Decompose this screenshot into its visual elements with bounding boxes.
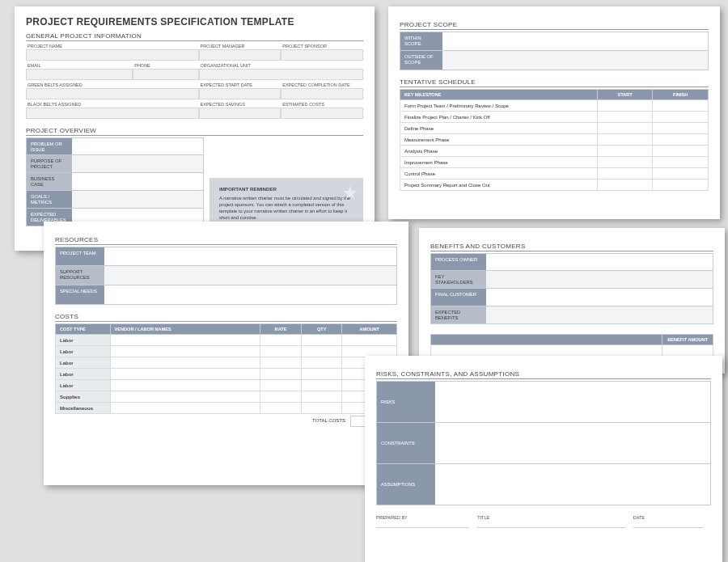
field-project-name[interactable] [26, 49, 199, 61]
resources-block: PROJECT TEAM SUPPORT RESOURCES SPECIAL N… [55, 247, 397, 305]
field-est-costs[interactable] [281, 108, 363, 119]
cost-vendor-cell[interactable] [110, 357, 260, 369]
cost-rate-cell[interactable] [260, 357, 302, 369]
schedule-finish-cell[interactable] [653, 168, 709, 180]
res-team-box[interactable] [104, 247, 396, 265]
cost-amount-cell[interactable] [342, 335, 397, 346]
overview-goals-box[interactable] [72, 191, 203, 208]
cost-qty-cell[interactable] [301, 346, 342, 357]
res-team: PROJECT TEAM [56, 247, 104, 265]
cost-qty-cell[interactable] [301, 369, 342, 380]
overview-goals: GOALS / METRICS [27, 191, 72, 208]
cost-qty-cell[interactable] [301, 357, 342, 369]
rca-constraints-box[interactable] [435, 423, 710, 463]
cost-rate-cell[interactable] [260, 369, 302, 380]
field-project-sponsor[interactable] [281, 49, 363, 61]
schedule-row: Finalize Project Plan / Charter / Kick O… [400, 112, 709, 123]
cost-rate-cell[interactable] [260, 335, 302, 346]
field-project-manager[interactable] [199, 49, 281, 61]
costs-h-type: COST TYPE [56, 324, 111, 335]
schedule-finish-cell[interactable] [653, 134, 709, 146]
field-email[interactable] [26, 69, 133, 80]
schedule-start-cell[interactable] [597, 112, 653, 123]
prepared-date-field[interactable] [633, 520, 703, 528]
schedule-milestone-cell: Finalize Project Plan / Charter / Kick O… [400, 112, 598, 123]
res-support: SUPPORT RESOURCES [56, 266, 104, 285]
rca-assumptions: ASSUMPTIONS [377, 464, 435, 505]
schedule-start-cell[interactable] [597, 100, 653, 112]
label-completion-date: EXPECTED COMPLETION DATE [281, 82, 363, 88]
overview-business-box[interactable] [72, 173, 203, 190]
schedule-start-cell[interactable] [597, 146, 653, 157]
schedule-h-milestone: KEY MILESTONE [400, 90, 598, 100]
cost-qty-cell[interactable] [301, 380, 342, 391]
schedule-finish-cell[interactable] [653, 180, 709, 191]
overview-problem: PROBLEM OR ISSUE [27, 138, 72, 154]
schedule-row: Analysis Phase [400, 146, 709, 157]
schedule-start-cell[interactable] [597, 123, 653, 134]
cost-qty-cell[interactable] [301, 403, 342, 414]
schedule-finish-cell[interactable] [653, 123, 709, 134]
schedule-start-cell[interactable] [597, 134, 653, 146]
doc-page-2: PROJECT SCOPE WITHIN SCOPE OUTSIDE OF SC… [388, 6, 720, 219]
section-schedule: TENTATIVE SCHEDULE [400, 78, 709, 87]
cost-qty-cell[interactable] [301, 391, 342, 403]
doc-page-4: BENEFITS AND CUSTOMERS PROCESS OWNER KEY… [419, 228, 725, 374]
schedule-start-cell[interactable] [597, 180, 653, 191]
rca-risks-box[interactable] [435, 382, 710, 422]
ben-customer-box[interactable] [486, 289, 713, 306]
benefits-cell[interactable] [431, 345, 662, 357]
ben-expected-box[interactable] [486, 306, 713, 323]
cost-rate-cell[interactable] [260, 346, 302, 357]
prepared-by-field[interactable] [376, 520, 469, 528]
field-org-unit[interactable] [199, 69, 363, 80]
overview-problem-box[interactable] [72, 138, 203, 154]
overview-purpose-box[interactable] [72, 155, 203, 172]
cost-vendor-cell[interactable] [110, 346, 260, 357]
cost-rate-cell[interactable] [260, 403, 302, 414]
doc-title: PROJECT REQUIREMENTS SPECIFICATION TEMPL… [26, 16, 363, 27]
scope-within-box[interactable] [442, 32, 708, 50]
ben-customer: FINAL CUSTOMER [431, 289, 486, 306]
schedule-start-cell[interactable] [597, 157, 653, 168]
cost-vendor-cell[interactable] [110, 380, 260, 391]
costs-h-vendor: VENDOR / LABOR NAMES [110, 324, 260, 335]
cost-vendor-cell[interactable] [110, 335, 260, 346]
ben-owner-box[interactable] [486, 254, 713, 270]
field-savings[interactable] [199, 108, 281, 119]
benefits-table: BENEFIT AMOUNT [430, 334, 713, 357]
res-needs-box[interactable] [104, 285, 396, 304]
cost-vendor-cell[interactable] [110, 391, 260, 403]
costs-h-amount: AMOUNT [342, 324, 397, 335]
cost-rate-cell[interactable] [260, 391, 302, 403]
star-icon: ★ [342, 181, 358, 205]
label-black-belts: BLACK BELTS ASSIGNED [26, 101, 199, 108]
schedule-finish-cell[interactable] [653, 146, 709, 157]
cost-rate-cell[interactable] [260, 380, 302, 391]
schedule-row: Define Phase [400, 123, 709, 134]
benefits-amount-cell[interactable] [662, 345, 713, 357]
rca-assumptions-box[interactable] [435, 464, 710, 505]
scope-outside-box[interactable] [442, 51, 708, 70]
ben-stakeholders-box[interactable] [486, 271, 713, 288]
cost-vendor-cell[interactable] [110, 369, 260, 380]
schedule-row: Control Phase [400, 168, 709, 180]
label-green-belts: GREEN BELTS ASSIGNED [26, 82, 199, 88]
field-start-date[interactable] [199, 88, 281, 99]
cost-vendor-cell[interactable] [110, 403, 260, 414]
field-green-belts[interactable] [26, 88, 199, 99]
schedule-finish-cell[interactable] [653, 100, 709, 112]
schedule-finish-cell[interactable] [653, 112, 709, 123]
field-completion-date[interactable] [281, 88, 363, 99]
res-support-box[interactable] [104, 266, 396, 285]
res-needs: SPECIAL NEEDS [56, 285, 104, 304]
field-black-belts[interactable] [26, 108, 199, 119]
cost-qty-cell[interactable] [301, 335, 342, 346]
field-phone[interactable] [133, 69, 198, 80]
schedule-finish-cell[interactable] [653, 157, 709, 168]
prepared-title-field[interactable] [477, 520, 625, 528]
label-email: EMAIL [26, 62, 133, 69]
overview-business: BUSINESS CASE [27, 173, 72, 190]
schedule-start-cell[interactable] [597, 168, 653, 180]
schedule-milestone-cell: Analysis Phase [400, 146, 598, 157]
